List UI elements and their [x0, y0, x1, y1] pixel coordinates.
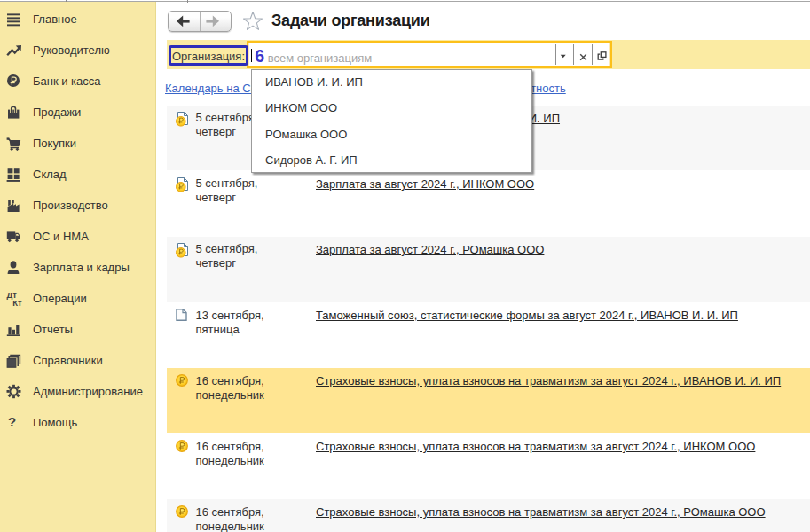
- svg-text:Кт: Кт: [12, 297, 22, 306]
